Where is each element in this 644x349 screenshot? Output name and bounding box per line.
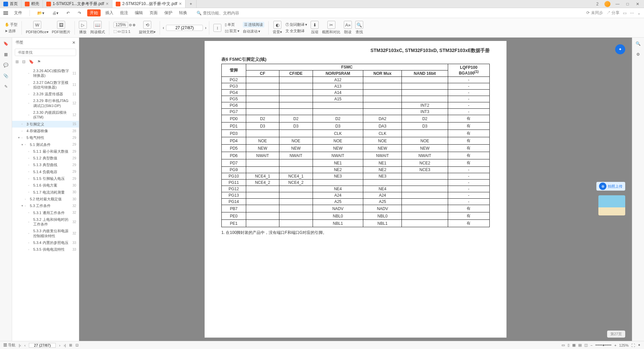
menu-开始[interactable]: 开始 bbox=[87, 9, 101, 16]
zoom-out-status[interactable]: − bbox=[590, 343, 592, 347]
ai-button[interactable]: ✦ bbox=[615, 44, 625, 54]
play-button[interactable]: ▷播放 bbox=[77, 21, 88, 35]
panel-close[interactable]: ✕ bbox=[72, 40, 75, 45]
zoom-level[interactable]: 125% bbox=[113, 22, 128, 28]
read-mode[interactable]: 📖阅读模式 bbox=[89, 21, 106, 35]
tools-icon[interactable]: ⚙ bbox=[635, 51, 642, 58]
tab-close[interactable]: ✕ bbox=[106, 2, 109, 6]
file-menu[interactable]: 文件 bbox=[12, 9, 24, 16]
screenshot-button[interactable]: ✂截图和对比 bbox=[321, 21, 342, 35]
maximize-button[interactable]: □ bbox=[625, 1, 631, 7]
comment-panel-icon[interactable]: 💬 bbox=[3, 62, 9, 68]
view-mode-4[interactable]: ▤ bbox=[578, 343, 582, 347]
bookmark-item[interactable]: ▫5.1.1 最小和最大数值29 bbox=[12, 148, 79, 155]
minimize-button[interactable]: — bbox=[614, 1, 621, 7]
undo-button[interactable]: ↶ bbox=[64, 10, 72, 16]
attachment-panel-icon[interactable]: 📎 bbox=[3, 72, 9, 79]
bookmark-panel-icon[interactable]: 🔖 bbox=[3, 40, 9, 47]
promo-image[interactable] bbox=[598, 195, 625, 215]
jump-button[interactable]: ↕ bbox=[212, 24, 223, 32]
collapse-all-icon[interactable]: ⊟ bbox=[22, 59, 25, 64]
adjust-icon[interactable]: ⊡ bbox=[75, 343, 78, 347]
redo-button[interactable]: ↷ bbox=[76, 10, 83, 16]
bookmark-item[interactable]: ▫4 存储器映像28 bbox=[12, 128, 79, 134]
tab-3[interactable]: 2-STM32F10...据手册-中文.pdf✕ bbox=[112, 0, 185, 8]
bookmark-search[interactable] bbox=[15, 49, 76, 56]
fit-page[interactable]: ▭ bbox=[117, 29, 121, 34]
bookmark-item[interactable]: ▫2.3.30 内嵌跟踪模块(ETM)12 bbox=[12, 109, 79, 121]
prev-page[interactable]: ‹ bbox=[163, 26, 164, 30]
hamburger-icon[interactable] bbox=[3, 11, 8, 15]
more-button[interactable]: ⋯ bbox=[630, 11, 634, 15]
bookmark-item[interactable]: ▾▫5.3 工作条件32 bbox=[12, 202, 79, 209]
bookmark-item[interactable]: ▫5.1.6 供电方案30 bbox=[12, 182, 79, 189]
avatar[interactable] bbox=[604, 1, 610, 7]
zoom-status[interactable]: 125% bbox=[619, 343, 629, 347]
read-aloud[interactable]: A»朗读 bbox=[342, 21, 353, 35]
menu-编辑[interactable]: 编辑 bbox=[133, 9, 145, 16]
next-page-status[interactable]: › bbox=[59, 343, 60, 347]
bookmark-item[interactable]: ▫3 引脚定义15 bbox=[12, 121, 79, 128]
bookmark-item[interactable]: ▫5.1.2 典型数值29 bbox=[12, 155, 79, 161]
bookmark-item[interactable]: ▫5.2 绝对最大额定值30 bbox=[12, 196, 79, 202]
bookmark-item[interactable]: ▫5.1.4 负载电容29 bbox=[12, 168, 79, 175]
new-tab-button[interactable]: ＋ bbox=[185, 0, 197, 8]
pdf-to-office[interactable]: WPDF转Office▾ bbox=[24, 21, 50, 35]
fit-width[interactable]: ⬚ bbox=[113, 29, 117, 34]
bookmark-item[interactable]: ▫2.3.26 ADC(模拟/数字转换器)11 bbox=[12, 67, 79, 79]
zoom-in-status[interactable]: + bbox=[614, 343, 616, 347]
last-page[interactable]: ›| bbox=[64, 343, 66, 347]
nav-toggle[interactable]: ☰ 导航 bbox=[3, 343, 15, 348]
tab-close[interactable]: ✕ bbox=[179, 2, 182, 6]
search-input[interactable] bbox=[203, 11, 243, 15]
print-button[interactable]: 🖨▾ bbox=[50, 10, 60, 16]
background-button[interactable]: ◐背景▾ bbox=[271, 21, 283, 35]
double-page[interactable]: ▯▯ 双页▾ bbox=[225, 29, 239, 34]
view-mode-1[interactable]: ▭ bbox=[561, 343, 565, 347]
bookmark-item[interactable]: ▫5.3.5 供电电流特性33 bbox=[12, 246, 79, 253]
bookmark-item[interactable]: ▾▫5.1 测试条件29 bbox=[12, 141, 79, 148]
menu-dropdown[interactable]: ⌄ bbox=[637, 11, 641, 15]
bookmark-item[interactable]: ▫5.3.4 内置的参照电压33 bbox=[12, 239, 79, 246]
compress-button[interactable]: ⬇压缩 bbox=[309, 21, 320, 35]
layout-icon[interactable]: ⊞ bbox=[69, 343, 72, 347]
zoom-out[interactable]: ⊖ bbox=[129, 23, 132, 27]
pdf-to-image[interactable]: 🖼PDF转图片 bbox=[51, 21, 72, 35]
search-icon[interactable]: 🔍 bbox=[635, 40, 642, 47]
bookmark-add-icon[interactable]: 🔖 bbox=[29, 59, 34, 64]
continuous-read[interactable]: ☰ 连续阅读 bbox=[243, 22, 264, 28]
thumbnail-panel-icon[interactable]: ▦ bbox=[3, 51, 9, 58]
share-button[interactable]: ↗ 分享 bbox=[606, 10, 620, 16]
bookmark-item[interactable]: ▫5.3.3 内嵌复位和电源控制模块特性32 bbox=[12, 228, 79, 239]
zoom-in[interactable]: ⊕ bbox=[132, 23, 136, 27]
tab-0[interactable]: 首页 bbox=[0, 0, 21, 8]
sync-status[interactable]: ⟳ 未同步 bbox=[586, 10, 603, 16]
bookmark-item[interactable]: ▫5.1.3 典型曲线29 bbox=[12, 161, 79, 168]
fullscreen-icon[interactable]: ⛶ bbox=[631, 343, 635, 347]
fit-height[interactable]: ◫ bbox=[121, 29, 125, 34]
tab-2[interactable]: 1-STM32F1...文参考手册.pdf✕ bbox=[43, 0, 112, 8]
rotate-button[interactable]: ⟲旋转文档▾ bbox=[138, 21, 157, 35]
layout-button[interactable]: ▭ bbox=[623, 11, 627, 15]
bookmark-item[interactable]: ▫5.3.1 通用工作条件32 bbox=[12, 209, 79, 216]
bookmark-item[interactable]: ▫5.3.2 上电和掉电时的工作条件32 bbox=[12, 216, 79, 228]
expand-all-icon[interactable]: ⊞ bbox=[15, 59, 19, 64]
document-viewport[interactable]: STM32F103xC, STM32F103xD, STM32F103xE数据手… bbox=[79, 38, 632, 341]
photo-upload-button[interactable]: ⊕拍照上传 bbox=[596, 182, 625, 191]
bookmark-item[interactable]: ▫2.3.29 串行单线JTAG调试口(SWJ-DP)12 bbox=[12, 97, 79, 109]
first-page[interactable]: |‹ bbox=[19, 343, 21, 347]
single-page[interactable]: ▯ 单页 bbox=[225, 22, 235, 27]
prev-page-status[interactable]: ‹ bbox=[24, 343, 26, 347]
bookmark-item[interactable]: ▾▫5 电气特性29 bbox=[12, 134, 79, 141]
bookmark-item[interactable]: ▫5.1.7 电流消耗测量30 bbox=[12, 189, 79, 196]
fit-icon[interactable]: ◫ bbox=[584, 343, 588, 347]
word-translate[interactable]: Ⓣ 划词翻译▾ bbox=[285, 22, 307, 27]
settings-icon[interactable]: ✦ bbox=[638, 343, 641, 347]
signature-panel-icon[interactable]: ✎ bbox=[3, 83, 9, 90]
bookmark-item[interactable]: ▫2.3.28 温度传感器11 bbox=[12, 91, 79, 97]
menu-转换[interactable]: 转换 bbox=[177, 9, 189, 16]
close-button[interactable]: ✕ bbox=[635, 1, 641, 7]
next-page[interactable]: › bbox=[205, 26, 206, 30]
bookmark-flag-icon[interactable]: ⚑ bbox=[37, 59, 41, 64]
menu-页面[interactable]: 页面 bbox=[148, 9, 160, 16]
